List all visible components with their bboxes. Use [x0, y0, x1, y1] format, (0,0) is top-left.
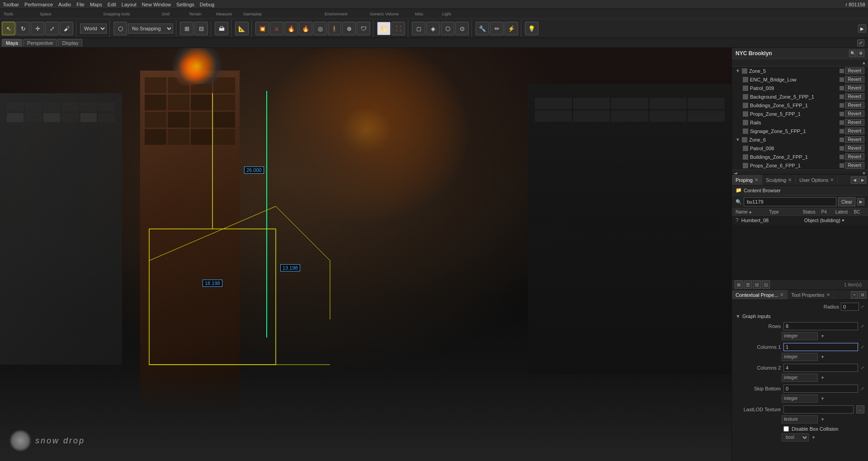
lastlod-type-select[interactable]: texture material [782, 415, 818, 423]
outliner-scroll-down[interactable]: ▼ [862, 171, 866, 175]
tab-contextual-props[interactable]: Contextual Prope... ✕ [732, 290, 788, 299]
panel-tabs-expand-btn[interactable]: ◀ [851, 176, 858, 184]
bg-zone5-revert-btn[interactable]: Revert [845, 93, 864, 100]
viewport-maximize-btn[interactable]: ⤢ [857, 39, 864, 47]
rotate-tool-btn[interactable]: ↻ [16, 22, 30, 35]
env-btn2[interactable]: ⛶ [392, 22, 405, 35]
outliner-item-rails[interactable]: Rails Revert [732, 118, 868, 127]
signage-zone5-revert-btn[interactable]: Revert [845, 128, 864, 134]
menu-performance[interactable]: Performance [24, 2, 53, 7]
skip-bottom-type-select[interactable]: integer float [782, 394, 818, 403]
menu-audio[interactable]: Audio [58, 2, 71, 7]
bridge-revert-btn[interactable]: Revert [845, 76, 864, 83]
skip-bottom-input[interactable] [783, 385, 858, 393]
lastlod-input[interactable] [783, 405, 854, 413]
outliner-item-props-zone6[interactable]: Props_Zone_6_FPP_1 Revert [732, 161, 868, 170]
bool-type-select[interactable]: bool [782, 433, 809, 442]
terrain-btn[interactable]: 🏔 [215, 22, 228, 35]
gameplay-btn2[interactable]: ⚔ [270, 22, 283, 35]
outliner-item-buildings-zone5[interactable]: Buildings_Zone_5_FPP_1 Revert [732, 101, 868, 109]
user-options-close-icon[interactable]: ✕ [830, 177, 834, 182]
brush-tool-btn[interactable]: 🖌 [60, 22, 73, 35]
outliner-scroll-left[interactable]: ◀ [734, 171, 737, 175]
gameplay-btn5[interactable]: ◎ [313, 22, 327, 35]
columns2-type-select[interactable]: integer float [782, 374, 818, 382]
select-tool-btn[interactable]: ↖ [2, 22, 15, 35]
columns1-input[interactable] [783, 343, 858, 351]
toolbar-right-arrow[interactable]: ▶ [858, 24, 866, 33]
outliner-scroll-up[interactable]: ▲ [862, 60, 866, 65]
misc-btn1[interactable]: 🔧 [476, 22, 489, 35]
menu-maps[interactable]: Maps [90, 2, 102, 7]
columns1-type-select[interactable]: integer float [782, 353, 818, 361]
proping-close-icon[interactable]: ✕ [755, 177, 758, 182]
misc-btn2[interactable]: ✏ [490, 22, 504, 35]
light-btn[interactable]: 💡 [525, 22, 538, 35]
world-space-select[interactable]: World Local [80, 24, 107, 33]
bldg-zone5-revert-btn[interactable]: Revert [845, 102, 864, 109]
disable-box-checkbox[interactable] [783, 426, 789, 432]
cb-type-dropdown-icon[interactable]: ▼ [841, 219, 845, 223]
tab-tool-properties[interactable]: Tool Properties ✕ [788, 290, 834, 299]
menu-debug[interactable]: Debug [200, 2, 214, 7]
menu-layout[interactable]: Layout [122, 2, 137, 7]
props-zone5-revert-btn[interactable]: Revert [845, 110, 864, 117]
tool-props-settings-btn[interactable]: ⚙ [859, 291, 866, 299]
viewport[interactable]: 26.000 13.198 18.198 snow drop [0, 48, 731, 461]
zone6-revert-btn[interactable]: Revert [845, 136, 864, 143]
gameplay-btn8[interactable]: 🛡 [357, 22, 370, 35]
tool-props-add-btn[interactable]: + [851, 291, 858, 299]
rows-input[interactable] [783, 322, 858, 330]
tab-sculpting[interactable]: Sculpting ✕ [762, 175, 796, 185]
contextual-close-icon[interactable]: ✕ [780, 292, 783, 297]
cb-item-humbert08[interactable]: ? Humbert_08 Object (building) ▼ [732, 216, 868, 225]
lastlod-browse-btn[interactable]: … [856, 405, 864, 413]
patrol008-revert-btn[interactable]: Revert [845, 145, 864, 152]
zone5-revert-btn[interactable]: Revert [845, 67, 864, 74]
outliner-item-zone6[interactable]: ▼ Zone_6 Revert [732, 135, 868, 144]
snapping-icon-btn[interactable]: ⬡ [113, 22, 127, 35]
misc-btn3[interactable]: ⚡ [505, 22, 518, 35]
rails-revert-btn[interactable]: Revert [845, 119, 864, 126]
grid-btn2[interactable]: ⊟ [194, 22, 208, 35]
scale-tool-btn[interactable]: ⤢ [45, 22, 59, 35]
vol-btn2[interactable]: ◈ [426, 22, 440, 35]
gameplay-btn1[interactable]: 💥 [255, 22, 269, 35]
outliner-item-zone5[interactable]: ▼ Zone_5 Revert [732, 67, 868, 75]
menu-settings[interactable]: Settings [176, 2, 194, 7]
gameplay-btn3[interactable]: 🔥 [284, 22, 298, 35]
env-btn1[interactable]: 🌕 [377, 22, 391, 35]
content-browser-search[interactable] [744, 197, 836, 206]
menu-edit[interactable]: Edit [108, 2, 116, 7]
menu-new-window[interactable]: New Window [142, 2, 171, 7]
vol-btn4[interactable]: ⊙ [455, 22, 469, 35]
patrol009-revert-btn[interactable]: Revert [845, 85, 864, 91]
outliner-search-btn[interactable]: 🔍 [849, 50, 856, 57]
outliner-settings-btn[interactable]: ⚙ [857, 50, 864, 57]
tab-display[interactable]: Display [58, 39, 82, 47]
panel-tabs-collapse-btn[interactable]: ▶ [859, 176, 866, 184]
outliner-item-signage-zone5[interactable]: Signage_Zone_5_FPP_1 Revert [732, 127, 868, 135]
tab-proping[interactable]: Proping ✕ [732, 175, 762, 185]
tab-maya[interactable]: Maya [2, 39, 22, 47]
outliner-item-patrol008[interactable]: Patrol_008 Revert [732, 144, 868, 152]
columns2-input[interactable] [783, 364, 858, 372]
tab-perspective[interactable]: Perspective [23, 39, 57, 47]
props-zone6-revert-btn[interactable]: Revert [845, 162, 864, 169]
view-icon-3[interactable]: ⊟ [753, 280, 761, 289]
move-tool-btn[interactable]: ✛ [31, 22, 44, 35]
view-icon-1[interactable]: ⊞ [735, 280, 743, 289]
outliner-item-props-zone5[interactable]: Props_Zone_5_FPP_1 Revert [732, 109, 868, 118]
view-icon-2[interactable]: ☰ [744, 280, 752, 289]
gameplay-btn4[interactable]: 🔥 [299, 22, 312, 35]
menu-file[interactable]: File [76, 2, 85, 7]
grid-btn1[interactable]: ⊞ [180, 22, 193, 35]
gameplay-btn6[interactable]: 🚶 [328, 22, 341, 35]
gameplay-btn7[interactable]: ⊕ [342, 22, 356, 35]
outliner-item-patrol009[interactable]: Patrol_009 Revert [732, 84, 868, 92]
menu-toolbar[interactable]: Toolbar [3, 2, 19, 7]
content-browser-clear-btn[interactable]: Clear [838, 197, 855, 206]
snapping-select[interactable]: No Snapping Snap to Grid [128, 24, 173, 33]
outliner-item-bg-zone5[interactable]: Background_Zone_5_FPP_1 Revert [732, 92, 868, 101]
bldg-zone2-revert-btn[interactable]: Revert [845, 153, 864, 160]
